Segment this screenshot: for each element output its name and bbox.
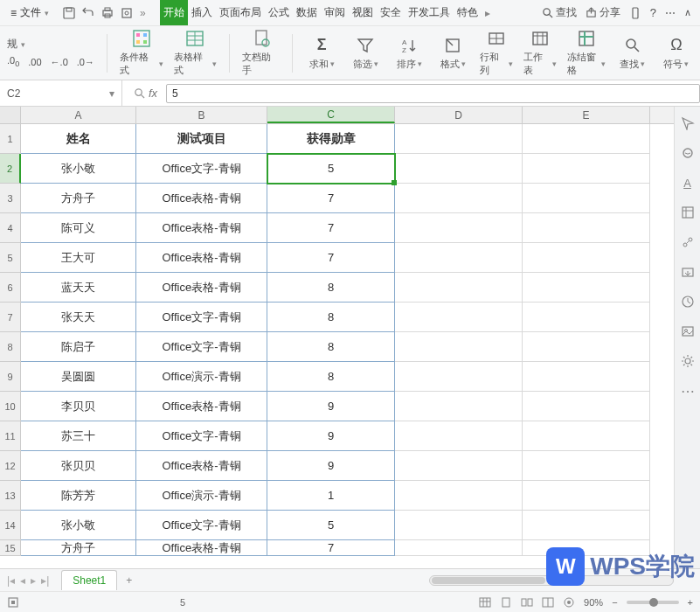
- cell-C7[interactable]: 8: [267, 303, 395, 332]
- cell-E9[interactable]: [523, 362, 650, 392]
- tab-security[interactable]: 安全: [377, 0, 405, 25]
- cell-E14[interactable]: [523, 511, 650, 540]
- tab-nav-first-icon[interactable]: |◂: [7, 574, 15, 587]
- tab-data[interactable]: 数据: [293, 0, 321, 25]
- view-page-icon[interactable]: [500, 596, 512, 609]
- cell-C3[interactable]: 7: [267, 184, 395, 213]
- cell-B3[interactable]: Office表格-青铜: [136, 184, 267, 213]
- col-header-A[interactable]: A: [21, 107, 136, 123]
- zoom-slider[interactable]: [627, 601, 679, 604]
- cell-B13[interactable]: Office演示-青铜: [136, 481, 267, 511]
- tab-devtools[interactable]: 开发工具: [405, 0, 454, 25]
- row-header[interactable]: 15: [0, 540, 21, 556]
- fx-button[interactable]: fx: [122, 87, 163, 100]
- col-header-C[interactable]: C: [267, 107, 395, 123]
- col-header-B[interactable]: B: [136, 107, 267, 123]
- cell-A9[interactable]: 吴圆圆: [21, 362, 136, 392]
- view-normal-icon[interactable]: [479, 596, 491, 609]
- tab-insert[interactable]: 插入: [188, 0, 216, 25]
- row-header[interactable]: 9: [0, 362, 21, 392]
- cell-E1[interactable]: [523, 124, 650, 154]
- cell-D9[interactable]: [395, 362, 523, 392]
- cell-A4[interactable]: 陈可义: [21, 213, 136, 243]
- cell-E15[interactable]: [523, 540, 650, 556]
- tab-nav-last-icon[interactable]: ▸|: [41, 574, 49, 587]
- conditional-format-button[interactable]: 条件格式▾: [120, 29, 163, 77]
- cell-A15[interactable]: 方舟子: [21, 540, 136, 556]
- sort-button[interactable]: AZ 排序▾: [392, 36, 426, 71]
- cell-D13[interactable]: [395, 481, 523, 511]
- cell-A8[interactable]: 陈启子: [21, 332, 136, 362]
- cell-D14[interactable]: [395, 511, 523, 540]
- worksheet-button[interactable]: 工作表▾: [523, 29, 557, 77]
- preview-icon[interactable]: [121, 7, 133, 19]
- spreadsheet-grid[interactable]: A B C D E 1姓名测试项目获得勋章2张小敬Office文字-青铜53方舟…: [0, 107, 674, 568]
- dec-shift-left-icon[interactable]: ←.0: [51, 57, 68, 67]
- cell-E8[interactable]: [523, 332, 650, 362]
- row-header[interactable]: 4: [0, 213, 21, 243]
- cell-B6[interactable]: Office表格-青铜: [136, 273, 267, 303]
- cell-C6[interactable]: 8: [267, 273, 395, 303]
- text-icon[interactable]: A: [680, 175, 696, 191]
- select-object-icon[interactable]: [680, 145, 696, 161]
- tabs-overflow-icon[interactable]: ▸: [482, 7, 494, 19]
- cell-D8[interactable]: [395, 332, 523, 362]
- row-header[interactable]: 10: [0, 392, 21, 421]
- cell-C8[interactable]: 8: [267, 332, 395, 362]
- row-header[interactable]: 3: [0, 184, 21, 213]
- row-header[interactable]: 14: [0, 511, 21, 540]
- sheet-tab-1[interactable]: Sheet1: [61, 570, 117, 590]
- cell-A1[interactable]: 姓名: [21, 124, 136, 154]
- row-header[interactable]: 1: [0, 124, 21, 154]
- cell-C2[interactable]: 5: [267, 154, 395, 184]
- cell-C11[interactable]: 9: [267, 421, 395, 451]
- cell-C5[interactable]: 7: [267, 243, 395, 273]
- tab-review[interactable]: 审阅: [321, 0, 349, 25]
- cell-E2[interactable]: [523, 154, 650, 184]
- help-icon[interactable]: ?: [650, 6, 656, 19]
- cell-A5[interactable]: 王大可: [21, 243, 136, 273]
- cell-A7[interactable]: 张天天: [21, 303, 136, 332]
- tab-home[interactable]: 开始: [160, 0, 188, 25]
- rowcol-button[interactable]: 行和列▾: [480, 29, 513, 77]
- freeze-button[interactable]: 冻结窗格▾: [567, 29, 606, 77]
- gear-icon[interactable]: [680, 353, 696, 369]
- find-button[interactable]: 查找▾: [616, 36, 649, 71]
- cell-D2[interactable]: [395, 154, 523, 184]
- cell-B9[interactable]: Office演示-青铜: [136, 362, 267, 392]
- cell-B11[interactable]: Office文字-青铜: [136, 421, 267, 451]
- cell-E10[interactable]: [523, 392, 650, 421]
- scrollbar-thumb[interactable]: [432, 577, 545, 584]
- cell-D12[interactable]: [395, 451, 523, 481]
- zoom-value[interactable]: 90%: [584, 597, 603, 608]
- cell-A11[interactable]: 苏三十: [21, 421, 136, 451]
- cell-D6[interactable]: [395, 273, 523, 303]
- more-menu-icon[interactable]: ⋯: [665, 7, 676, 19]
- cell-D4[interactable]: [395, 213, 523, 243]
- tab-nav-next-icon[interactable]: ▸: [31, 574, 36, 587]
- cell-D3[interactable]: [395, 184, 523, 213]
- cell-E11[interactable]: [523, 421, 650, 451]
- name-box[interactable]: C2 ▾: [0, 80, 122, 106]
- collapse-ribbon-icon[interactable]: ∧: [684, 7, 691, 18]
- status-mode-icon[interactable]: [7, 596, 19, 609]
- cell-B10[interactable]: Office表格-青铜: [136, 392, 267, 421]
- col-header-D[interactable]: D: [395, 107, 523, 123]
- doc-helper-button[interactable]: 文档助手: [242, 29, 280, 77]
- increase-decimal-icon[interactable]: .00: [28, 57, 41, 67]
- cell-E12[interactable]: [523, 451, 650, 481]
- filter-button[interactable]: 筛选▾: [349, 36, 382, 71]
- cell-A14[interactable]: 张小敬: [21, 511, 136, 540]
- zoom-in-icon[interactable]: +: [688, 597, 693, 608]
- row-header[interactable]: 2: [0, 154, 21, 184]
- row-header[interactable]: 12: [0, 451, 21, 481]
- decrease-decimal-icon[interactable]: .00: [7, 55, 19, 68]
- cell-E13[interactable]: [523, 481, 650, 511]
- cell-B8[interactable]: Office文字-青铜: [136, 332, 267, 362]
- tab-formula[interactable]: 公式: [265, 0, 293, 25]
- row-header[interactable]: 7: [0, 303, 21, 332]
- view-split-icon[interactable]: [542, 596, 554, 609]
- row-header[interactable]: 13: [0, 481, 21, 511]
- more-qat-icon[interactable]: »: [140, 7, 146, 19]
- cell-B12[interactable]: Office表格-青铜: [136, 451, 267, 481]
